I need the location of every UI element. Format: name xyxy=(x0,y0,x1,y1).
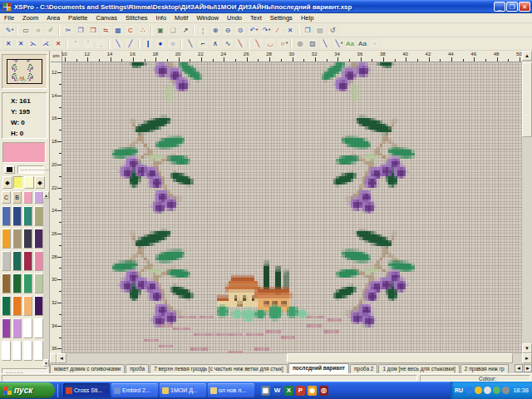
backstitch-2-button[interactable]: ⌐ xyxy=(197,38,209,49)
palette-swatch[interactable] xyxy=(12,273,22,293)
needle-down-button[interactable]: ╲ xyxy=(319,38,331,49)
palette-swatch[interactable] xyxy=(2,251,11,271)
palette-scroll-up[interactable]: ▲ xyxy=(43,191,49,199)
mode-diamond-1-button[interactable]: ◆ xyxy=(2,176,12,189)
pattern-grid-button[interactable]: ▦ xyxy=(112,25,124,36)
edit-points-button[interactable]: ✐ xyxy=(45,25,57,36)
cut-button[interactable]: ✂ xyxy=(62,25,74,36)
palette-swatch[interactable] xyxy=(23,251,32,271)
undo-button[interactable]: ↶▼ xyxy=(247,25,259,36)
vertical-scrollbar[interactable]: ▲ ▼ xyxy=(522,51,532,353)
ellipse-tool-button[interactable]: ○▼ xyxy=(277,38,288,49)
palette-scrollbar[interactable]: ▲▼ xyxy=(43,191,49,367)
palette-swatch[interactable] xyxy=(34,318,43,338)
tray-icon[interactable] xyxy=(493,387,500,394)
task-button-1[interactable]: Cross Sti... xyxy=(63,383,110,397)
restore-button[interactable]: ❐ xyxy=(506,2,518,12)
pattern-tab-5[interactable]: проба 2 xyxy=(350,364,377,373)
long-stitch-button[interactable]: ╲ xyxy=(252,38,264,49)
player-icon[interactable]: ◎ xyxy=(319,386,328,396)
half-stitch-back-button[interactable]: ╲ xyxy=(112,38,124,49)
find-color-button[interactable]: ◎ xyxy=(294,38,306,49)
palette-swatch[interactable] xyxy=(23,341,32,361)
pattern-tab-3[interactable]: 7 верхн левая гроздь [с частью ниж ветки… xyxy=(150,364,288,373)
import-image-button[interactable]: ▨ xyxy=(307,38,318,49)
palette-swatch[interactable] xyxy=(23,273,32,293)
menu-palette[interactable]: Palette xyxy=(64,14,91,22)
tab-scroll-right[interactable]: ► xyxy=(524,364,532,372)
menu-canvas[interactable]: Canvas xyxy=(91,14,121,22)
half-stitch-fwd-button[interactable]: ╱ xyxy=(125,38,136,49)
menu-motif[interactable]: Motif xyxy=(170,14,192,22)
design-canvas[interactable] xyxy=(62,62,522,353)
quarter-mark-1-button[interactable]: ʻ xyxy=(70,38,81,49)
design-preview[interactable] xyxy=(2,54,47,89)
palette-swatch[interactable] xyxy=(2,296,11,316)
minimize-button[interactable]: _ xyxy=(494,2,505,12)
petite-stitch-button[interactable]: ✕ xyxy=(52,38,64,49)
bead-button[interactable]: ○ xyxy=(167,38,179,49)
thread-thickness-box[interactable]: –––––––– xyxy=(17,165,44,174)
dropdown-arrow-icon[interactable]: ▼ xyxy=(340,38,343,48)
dropdown-arrow-icon[interactable]: ▼ xyxy=(268,25,271,35)
excel-icon[interactable]: X xyxy=(284,386,293,396)
menu-text[interactable]: Text xyxy=(246,14,266,22)
palette-mode-c[interactable]: C xyxy=(2,191,11,204)
menu-undo[interactable]: Undo xyxy=(223,14,246,22)
palette-swatch[interactable] xyxy=(34,341,43,361)
palette-mode-b[interactable]: B xyxy=(12,191,22,204)
pencil-tool-button[interactable]: ✎▼ xyxy=(2,25,14,36)
three-quarter-stitch-button[interactable]: ✕ xyxy=(15,38,27,49)
pattern-tab-4[interactable]: последний вариант xyxy=(288,363,349,373)
mode-diamond-2-button[interactable]: ◆ xyxy=(35,176,45,189)
menu-stitches[interactable]: Stitches xyxy=(121,14,152,22)
current-color-swatch[interactable] xyxy=(2,142,46,163)
pattern-tab-2[interactable]: проба xyxy=(126,364,149,373)
needle-up-button[interactable]: ╲▼ xyxy=(332,38,343,49)
quarter-mark-2-button[interactable]: ʼ xyxy=(82,38,94,49)
menu-settings[interactable]: Settings xyxy=(266,14,297,22)
scroll-up-button[interactable]: ▲ xyxy=(522,51,532,61)
taskbar-clock[interactable]: 18:38 xyxy=(513,387,529,394)
palette-swatch[interactable] xyxy=(2,229,11,249)
palette-swatch[interactable] xyxy=(34,273,43,293)
paste-special-button[interactable]: ❐ xyxy=(302,25,313,36)
pattern-tab-6[interactable]: 1 дом [не весь для стыковки] xyxy=(378,364,459,373)
backstitch-1-button[interactable]: ╲ xyxy=(185,38,196,49)
new-page-button[interactable]: ▤ xyxy=(314,25,326,36)
palette-swatch[interactable] xyxy=(23,191,32,204)
half-cross-1-button[interactable]: ⋋ xyxy=(27,38,39,49)
hscroll-thumb[interactable] xyxy=(287,353,513,363)
scroll-left-button[interactable]: ◄ xyxy=(57,353,66,363)
start-button[interactable]: пуск xyxy=(0,382,55,398)
rotate-button[interactable]: C xyxy=(125,25,136,36)
text-outline-button[interactable]: Aa xyxy=(344,38,356,49)
tray-icon[interactable] xyxy=(484,387,491,394)
backstitch-3-button[interactable]: ∧ xyxy=(209,38,221,49)
menu-help[interactable]: Help xyxy=(297,14,318,22)
dropdown-arrow-icon[interactable]: ▼ xyxy=(285,38,288,48)
menu-file[interactable]: File xyxy=(0,14,18,22)
menu-window[interactable]: Window xyxy=(192,14,223,22)
palette-scroll-down[interactable]: ▼ xyxy=(43,359,49,367)
palette-swatch[interactable] xyxy=(23,206,32,226)
tray-icon[interactable] xyxy=(475,387,482,394)
palette-swatch[interactable] xyxy=(12,318,22,338)
half-cross-2-button[interactable]: ⋌ xyxy=(40,38,52,49)
palette-swatch[interactable] xyxy=(23,318,32,338)
palette-swatch[interactable] xyxy=(12,251,22,271)
redo-button[interactable]: ↷▼ xyxy=(259,25,271,36)
scroll-right-button[interactable]: ► xyxy=(522,353,532,363)
mode-yellow-button[interactable] xyxy=(13,176,23,189)
palette-swatch[interactable] xyxy=(34,229,43,249)
palette-swatch[interactable] xyxy=(2,318,11,338)
black-color-button[interactable] xyxy=(4,165,15,174)
messenger-icon[interactable]: ◉ xyxy=(308,386,317,396)
palette-swatch[interactable] xyxy=(12,341,22,361)
palette-swatch[interactable] xyxy=(23,229,32,249)
vscroll-thumb[interactable] xyxy=(522,62,532,137)
draw-line-button[interactable]: ∕ xyxy=(272,25,283,36)
close-button[interactable]: ✕ xyxy=(519,2,530,12)
palette-swatch[interactable] xyxy=(34,251,43,271)
menu-area[interactable]: Area xyxy=(42,14,64,22)
